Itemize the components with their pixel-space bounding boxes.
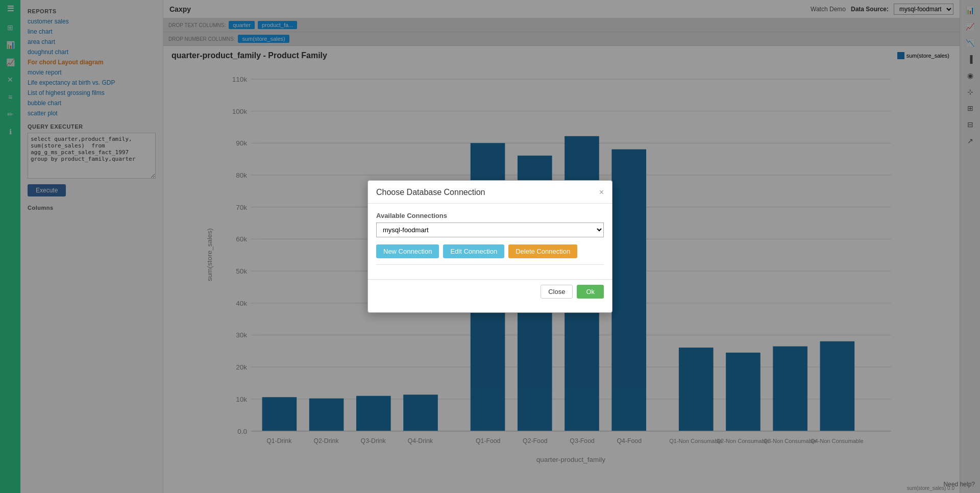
modal-body: Available Connections mysql-foodmart New…	[368, 204, 612, 279]
delete-connection-button[interactable]: Delete Connection	[508, 244, 577, 258]
modal-header: Choose Database Connection ×	[368, 181, 612, 204]
close-button[interactable]: Close	[541, 285, 573, 299]
connections-form-group: Available Connections mysql-foodmart	[376, 212, 604, 237]
modal-dialog: Choose Database Connection × Available C…	[368, 180, 612, 313]
connection-buttons-row: New Connection Edit Connection Delete Co…	[376, 244, 604, 258]
modal-title: Choose Database Connection	[376, 188, 485, 197]
ok-button[interactable]: Ok	[577, 285, 604, 299]
modal-overlay[interactable]: Choose Database Connection × Available C…	[0, 0, 980, 493]
available-connections-label: Available Connections	[376, 212, 604, 219]
edit-connection-button[interactable]: Edit Connection	[443, 244, 504, 258]
connection-select[interactable]: mysql-foodmart	[376, 223, 604, 237]
new-connection-button[interactable]: New Connection	[376, 244, 439, 258]
modal-divider	[376, 264, 604, 265]
modal-footer: Close Ok	[368, 279, 612, 304]
modal-close-button[interactable]: ×	[599, 188, 604, 196]
